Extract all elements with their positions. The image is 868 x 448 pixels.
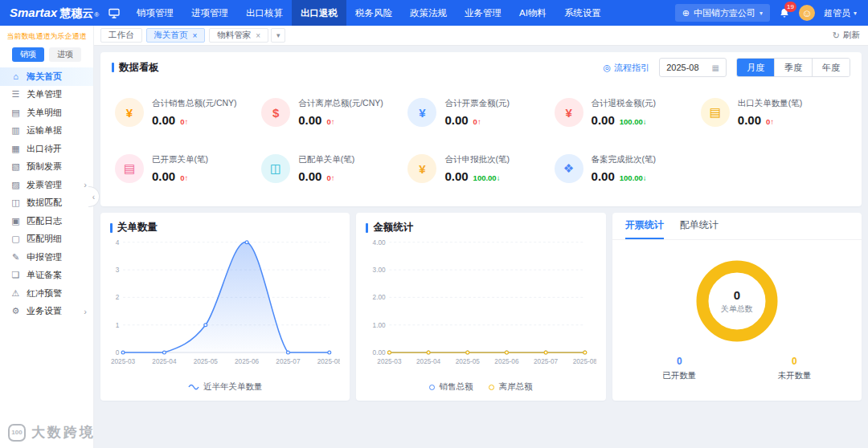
top-menu-item[interactable]: 销项管理 [128, 0, 182, 26]
legend-sales-total[interactable]: 销售总额 [429, 381, 473, 393]
stat-body: 合计开票金额(元)0.000↑ [444, 98, 510, 127]
donut-total-label: 关单总数 [721, 303, 753, 315]
stat-value: 0.00 [298, 169, 321, 183]
top-menu-item[interactable]: 出口退税 [292, 0, 346, 26]
close-icon[interactable]: × [193, 31, 198, 40]
sidebar-item[interactable]: ▣匹配日志 [0, 212, 93, 230]
page-tab-label: 工作台 [108, 30, 134, 41]
page-tab[interactable]: 海关首页× [146, 28, 206, 43]
close-icon[interactable]: × [256, 31, 260, 40]
doc-record-icon: ❏ [10, 270, 21, 280]
declaration-count-chart: 012342025-032025-042025-052025-062025-07… [110, 236, 340, 367]
stat-value: 0.00 [444, 169, 468, 183]
amount-stats-chart: 0.001.002.003.004.002025-032025-042025-0… [366, 236, 596, 367]
tab-overflow-button[interactable]: ▾ [271, 28, 285, 43]
stat-delta: 0↑ [180, 117, 188, 126]
sidebar-item[interactable]: ▨发票管理› [0, 176, 93, 194]
page-tab-label: 物料管家 [217, 30, 251, 41]
sidebar-item[interactable]: ⚙业务设置› [0, 303, 93, 321]
invoiced-declaration-icon: ▤ [115, 154, 144, 183]
company-selector[interactable]: ⊕ 中国销方壹公司 ▾ [675, 4, 770, 22]
red-alert-icon: ⚠ [10, 288, 21, 299]
period-button[interactable]: 月度 [737, 59, 774, 76]
stat-delta: 0↑ [766, 117, 774, 126]
process-guide-link[interactable]: ◎ 流程指引 [604, 62, 650, 74]
stat-label: 合计申报批次(笔) [444, 154, 510, 165]
amount-stats-header: 金额统计 [366, 221, 596, 234]
period-button[interactable]: 季度 [774, 59, 812, 76]
match-detail-icon: ▢ [10, 234, 21, 244]
declaration-count-header: 关单数量 [110, 221, 340, 234]
sidebar-item-label: 关单管理 [27, 88, 62, 100]
top-menu-item[interactable]: 业务管理 [456, 0, 510, 26]
period-segmented: 月度季度年度 [736, 58, 850, 77]
tab-invoice-stats[interactable]: 开票统计 [625, 213, 664, 239]
stat-label: 合计退税金额(元) [592, 98, 657, 109]
tab-match-stats[interactable]: 配单统计 [680, 213, 719, 239]
channel-tab[interactable]: 进项 [49, 47, 81, 62]
record-batch-icon: ❖ [555, 154, 583, 183]
topbar-right: ⊕ 中国销方壹公司 ▾ 19 ☺ 超管员 ▾ [675, 4, 868, 22]
sidebar-item[interactable]: ▤关单明细 [0, 104, 93, 122]
avatar[interactable]: ☺ [799, 5, 815, 21]
line-series-icon [188, 384, 199, 390]
dashu-logo-icon: 100 [8, 424, 26, 442]
top-menu-item[interactable]: 系统设置 [555, 0, 610, 26]
app-logo: Smartax 慧穗云 ® [0, 6, 105, 21]
notification-bell[interactable]: 19 [779, 7, 790, 19]
workbench-monitor-icon[interactable] [108, 8, 120, 18]
sidebar-item[interactable]: ⌂海关首页 [0, 67, 93, 86]
unopened-count-value: 0 [777, 356, 811, 367]
declaration-count-legend: 近半年关单数量 [110, 381, 340, 396]
notification-badge: 19 [784, 2, 796, 12]
top-menu-item[interactable]: AI物料 [510, 0, 555, 26]
stat-item: $合计离岸总额(元/CNY)0.000↑ [261, 89, 407, 136]
stat-body: 合计离岸总额(元/CNY)0.000↑ [298, 98, 383, 127]
top-menu-item[interactable]: 进项管理 [182, 0, 237, 26]
globe-icon: ⊕ [682, 8, 690, 18]
sidebar-item[interactable]: ▧预制发票 [0, 158, 93, 177]
sidebar-item[interactable]: ▥运输单据 [0, 122, 93, 141]
legend-fob-total[interactable]: 离岸总额 [489, 381, 532, 393]
charts-row: 关单数量 012342025-032025-042025-052025-0620… [100, 213, 862, 401]
sidebar-item[interactable]: ▢匹配明细 [0, 230, 93, 249]
sidebar-item[interactable]: ✎申报管理 [0, 248, 93, 267]
sidebar-item[interactable]: ⚠红冲预警 [0, 284, 93, 303]
month-picker[interactable]: 2025-08 ▦ [659, 58, 727, 77]
sidebar-item[interactable]: ▦出口待开 [0, 140, 93, 158]
stat-delta: 100.00↓ [620, 117, 647, 126]
stat-value: 0.00 [298, 113, 321, 127]
refresh-button[interactable]: ↻ 刷新 [833, 30, 860, 41]
svg-text:2.00: 2.00 [373, 294, 386, 301]
data-dashboard-panel: 数据看板 ◎ 流程指引 2025-08 ▦ 月度季度年度 ¥合计销售总额(元/C… [100, 52, 862, 206]
top-menu-item[interactable]: 出口核算 [237, 0, 292, 26]
svg-text:2025-07: 2025-07 [276, 358, 301, 365]
fob-total-icon: $ [261, 98, 290, 127]
declaration-list-icon: ☰ [10, 89, 21, 100]
registered-mark: ® [94, 11, 99, 18]
sidebar-item-label: 运输单据 [27, 124, 62, 136]
top-menu-item[interactable]: 税务风险 [346, 0, 401, 26]
legend-declaration-count[interactable]: 近半年关单数量 [188, 381, 263, 393]
watermark-text: 大数跨境 [31, 423, 96, 442]
page-tab[interactable]: 工作台 [100, 28, 142, 43]
sidebar-item[interactable]: ❏单证备案 [0, 267, 93, 285]
stat-label: 备案完成批次(笔) [592, 154, 657, 165]
sidebar-item[interactable]: ◫数据匹配 [0, 194, 93, 213]
sidebar-menu: ⌂海关首页☰关单管理▤关单明细▥运输单据▦出口待开▧预制发票▨发票管理›◫数据匹… [0, 67, 93, 320]
top-menu-item[interactable]: 政策法规 [401, 0, 456, 26]
page-tab[interactable]: 物料管家× [209, 28, 268, 43]
tax-refund-icon: ¥ [555, 98, 583, 127]
channel-tab[interactable]: 销项 [12, 47, 44, 62]
stat-value-row: 0.000↑ [298, 169, 354, 183]
stat-item: ¥合计退税金额(元)0.00100.00↓ [555, 89, 701, 136]
sidebar-item[interactable]: ☰关单管理 [0, 86, 93, 104]
stat-value: 0.00 [152, 169, 175, 183]
title-accent-bar [112, 63, 114, 72]
prepared-invoice-icon: ▧ [10, 161, 21, 172]
stat-delta: 100.00↓ [620, 173, 647, 182]
export-pending-icon: ▦ [10, 144, 21, 154]
user-menu[interactable]: 超管员 ▾ [824, 7, 857, 19]
period-button[interactable]: 年度 [812, 59, 850, 76]
sidebar-item-label: 匹配日志 [27, 215, 62, 227]
